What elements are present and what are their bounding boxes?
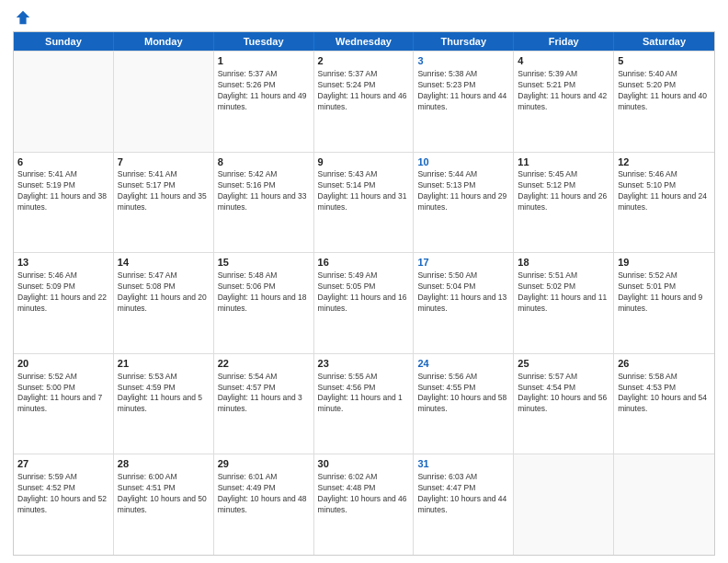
cell-info: Sunrise: 5:56 AM Sunset: 4:55 PM Dayligh… (417, 372, 509, 416)
day-number: 16 (318, 256, 410, 270)
header-day-thursday: Thursday (414, 32, 514, 51)
day-number: 30 (318, 457, 410, 471)
cell-info: Sunrise: 5:37 AM Sunset: 5:24 PM Dayligh… (318, 69, 410, 113)
calendar-cell (514, 454, 614, 555)
calendar-header: SundayMondayTuesdayWednesdayThursdayFrid… (14, 32, 714, 51)
calendar-cell: 26Sunrise: 5:58 AM Sunset: 4:53 PM Dayli… (614, 354, 714, 454)
day-number: 8 (218, 155, 310, 169)
calendar-body: 1Sunrise: 5:37 AM Sunset: 5:26 PM Daylig… (14, 51, 714, 555)
cell-info: Sunrise: 5:51 AM Sunset: 5:02 PM Dayligh… (518, 270, 609, 315)
header-day-tuesday: Tuesday (214, 32, 314, 51)
header-day-wednesday: Wednesday (314, 32, 415, 51)
calendar: SundayMondayTuesdayWednesdayThursdayFrid… (13, 31, 715, 556)
cell-info: Sunrise: 5:50 AM Sunset: 5:04 PM Dayligh… (417, 270, 509, 315)
cell-info: Sunrise: 5:44 AM Sunset: 5:13 PM Dayligh… (417, 169, 509, 213)
day-number: 21 (118, 357, 210, 371)
cell-info: Sunrise: 5:39 AM Sunset: 5:21 PM Dayligh… (518, 69, 609, 113)
cell-info: Sunrise: 5:53 AM Sunset: 4:59 PM Dayligh… (118, 372, 210, 416)
day-number: 15 (218, 256, 310, 270)
cell-info: Sunrise: 5:46 AM Sunset: 5:09 PM Dayligh… (17, 270, 109, 315)
cell-info: Sunrise: 5:42 AM Sunset: 5:16 PM Dayligh… (218, 169, 310, 213)
day-number: 20 (17, 357, 109, 371)
calendar-cell: 2Sunrise: 5:37 AM Sunset: 5:24 PM Daylig… (314, 52, 415, 152)
day-number: 12 (618, 155, 711, 169)
header (13, 9, 715, 26)
header-day-friday: Friday (514, 32, 614, 51)
day-number: 10 (417, 155, 509, 169)
cell-info: Sunrise: 6:03 AM Sunset: 4:47 PM Dayligh… (417, 472, 509, 516)
cell-info: Sunrise: 5:54 AM Sunset: 4:57 PM Dayligh… (218, 372, 310, 416)
calendar-cell: 22Sunrise: 5:54 AM Sunset: 4:57 PM Dayli… (214, 354, 314, 454)
calendar-cell: 19Sunrise: 5:52 AM Sunset: 5:01 PM Dayli… (614, 253, 714, 353)
day-number: 9 (318, 155, 410, 169)
day-number: 23 (318, 357, 410, 371)
day-number: 22 (218, 357, 310, 371)
calendar-cell: 18Sunrise: 5:51 AM Sunset: 5:02 PM Dayli… (514, 253, 614, 353)
cell-info: Sunrise: 5:38 AM Sunset: 5:23 PM Dayligh… (417, 69, 509, 113)
header-day-saturday: Saturday (614, 32, 714, 51)
day-number: 27 (17, 457, 109, 471)
calendar-cell: 31Sunrise: 6:03 AM Sunset: 4:47 PM Dayli… (414, 454, 514, 555)
calendar-cell (114, 52, 214, 152)
calendar-cell: 23Sunrise: 5:55 AM Sunset: 4:56 PM Dayli… (314, 354, 415, 454)
day-number: 31 (417, 457, 509, 471)
calendar-cell: 15Sunrise: 5:48 AM Sunset: 5:06 PM Dayli… (214, 253, 314, 353)
day-number: 24 (417, 357, 509, 371)
cell-info: Sunrise: 5:46 AM Sunset: 5:10 PM Dayligh… (618, 169, 711, 213)
cell-info: Sunrise: 6:01 AM Sunset: 4:49 PM Dayligh… (218, 472, 310, 516)
calendar-week-3: 13Sunrise: 5:46 AM Sunset: 5:09 PM Dayli… (14, 252, 714, 353)
cell-info: Sunrise: 5:43 AM Sunset: 5:14 PM Dayligh… (318, 169, 410, 213)
cell-info: Sunrise: 5:41 AM Sunset: 5:19 PM Dayligh… (17, 169, 109, 213)
calendar-cell: 4Sunrise: 5:39 AM Sunset: 5:21 PM Daylig… (514, 52, 614, 152)
calendar-cell: 24Sunrise: 5:56 AM Sunset: 4:55 PM Dayli… (414, 354, 514, 454)
cell-info: Sunrise: 5:52 AM Sunset: 5:00 PM Dayligh… (17, 372, 109, 416)
svg-marker-0 (17, 11, 29, 24)
calendar-week-5: 27Sunrise: 5:59 AM Sunset: 4:52 PM Dayli… (14, 454, 714, 555)
calendar-cell: 12Sunrise: 5:46 AM Sunset: 5:10 PM Dayli… (614, 153, 714, 253)
calendar-cell: 17Sunrise: 5:50 AM Sunset: 5:04 PM Dayli… (414, 253, 514, 353)
calendar-cell: 10Sunrise: 5:44 AM Sunset: 5:13 PM Dayli… (414, 153, 514, 253)
cell-info: Sunrise: 5:40 AM Sunset: 5:20 PM Dayligh… (618, 69, 711, 113)
cell-info: Sunrise: 5:45 AM Sunset: 5:12 PM Dayligh… (518, 169, 609, 213)
day-number: 6 (17, 155, 109, 169)
calendar-cell: 11Sunrise: 5:45 AM Sunset: 5:12 PM Dayli… (514, 153, 614, 253)
day-number: 17 (417, 256, 509, 270)
calendar-cell: 9Sunrise: 5:43 AM Sunset: 5:14 PM Daylig… (314, 153, 415, 253)
calendar-cell: 5Sunrise: 5:40 AM Sunset: 5:20 PM Daylig… (614, 52, 714, 152)
day-number: 29 (218, 457, 310, 471)
logo (13, 9, 31, 26)
calendar-cell: 3Sunrise: 5:38 AM Sunset: 5:23 PM Daylig… (414, 52, 514, 152)
cell-info: Sunrise: 5:52 AM Sunset: 5:01 PM Dayligh… (618, 270, 711, 315)
calendar-cell: 20Sunrise: 5:52 AM Sunset: 5:00 PM Dayli… (14, 354, 114, 454)
logo-icon (15, 9, 31, 26)
cell-info: Sunrise: 6:00 AM Sunset: 4:51 PM Dayligh… (118, 472, 210, 516)
calendar-week-4: 20Sunrise: 5:52 AM Sunset: 5:00 PM Dayli… (14, 353, 714, 454)
calendar-cell: 27Sunrise: 5:59 AM Sunset: 4:52 PM Dayli… (14, 454, 114, 555)
calendar-cell: 21Sunrise: 5:53 AM Sunset: 4:59 PM Dayli… (114, 354, 214, 454)
cell-info: Sunrise: 5:59 AM Sunset: 4:52 PM Dayligh… (17, 472, 109, 516)
calendar-cell (614, 454, 714, 555)
cell-info: Sunrise: 5:55 AM Sunset: 4:56 PM Dayligh… (318, 372, 410, 416)
header-day-sunday: Sunday (14, 32, 114, 51)
calendar-cell: 8Sunrise: 5:42 AM Sunset: 5:16 PM Daylig… (214, 153, 314, 253)
day-number: 25 (518, 357, 609, 371)
day-number: 19 (618, 256, 711, 270)
cell-info: Sunrise: 5:49 AM Sunset: 5:05 PM Dayligh… (318, 270, 410, 315)
cell-info: Sunrise: 5:47 AM Sunset: 5:08 PM Dayligh… (118, 270, 210, 315)
cell-info: Sunrise: 5:58 AM Sunset: 4:53 PM Dayligh… (618, 372, 711, 416)
day-number: 7 (118, 155, 210, 169)
cell-info: Sunrise: 5:41 AM Sunset: 5:17 PM Dayligh… (118, 169, 210, 213)
calendar-cell: 28Sunrise: 6:00 AM Sunset: 4:51 PM Dayli… (114, 454, 214, 555)
cell-info: Sunrise: 5:57 AM Sunset: 4:54 PM Dayligh… (518, 372, 609, 416)
day-number: 26 (618, 357, 711, 371)
day-number: 1 (218, 54, 310, 68)
cell-info: Sunrise: 5:48 AM Sunset: 5:06 PM Dayligh… (218, 270, 310, 315)
cell-info: Sunrise: 5:37 AM Sunset: 5:26 PM Dayligh… (218, 69, 310, 113)
day-number: 14 (118, 256, 210, 270)
day-number: 2 (318, 54, 410, 68)
calendar-cell: 29Sunrise: 6:01 AM Sunset: 4:49 PM Dayli… (214, 454, 314, 555)
day-number: 3 (417, 54, 509, 68)
calendar-cell: 25Sunrise: 5:57 AM Sunset: 4:54 PM Dayli… (514, 354, 614, 454)
calendar-cell: 30Sunrise: 6:02 AM Sunset: 4:48 PM Dayli… (314, 454, 415, 555)
calendar-cell (14, 52, 114, 152)
